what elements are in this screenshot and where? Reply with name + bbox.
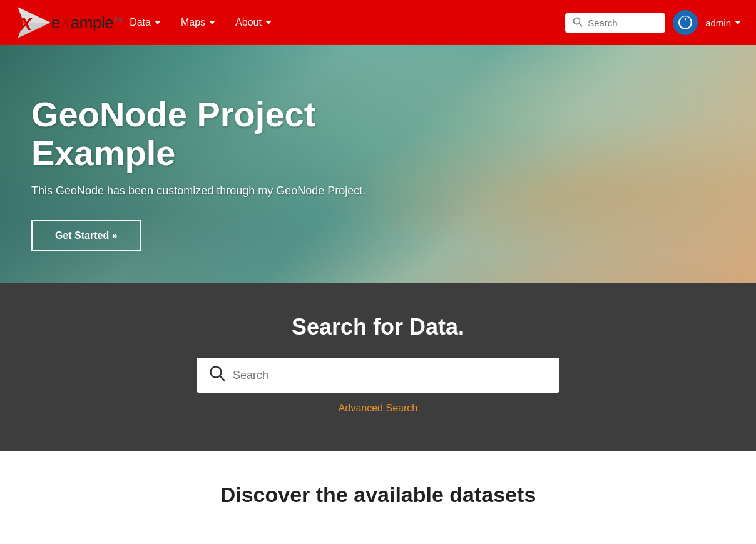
navbar-search-input[interactable] — [588, 18, 658, 28]
logo-text: eXampleSM — [51, 13, 122, 33]
get-started-button[interactable]: Get Started » — [31, 220, 141, 251]
user-name: admin — [705, 18, 731, 28]
search-icon — [573, 17, 583, 29]
nav-item-about[interactable]: About — [228, 12, 279, 33]
svg-point-5 — [675, 13, 695, 33]
datasets-title: Discover the available datasets — [13, 483, 743, 507]
nav-item-maps[interactable]: Maps — [173, 12, 223, 33]
user-menu[interactable]: admin — [705, 18, 741, 28]
navbar-right: admin — [565, 10, 741, 35]
hero-section: GeoNode Project Example This GeoNode has… — [0, 45, 756, 283]
main-search-box[interactable] — [197, 358, 559, 393]
svg-text:X: X — [19, 14, 33, 34]
main-search-input[interactable] — [233, 369, 547, 382]
chevron-down-icon — [209, 21, 215, 24]
svg-point-8 — [211, 367, 222, 378]
navbar-search-box[interactable] — [565, 13, 665, 33]
main-search-icon — [209, 365, 225, 385]
search-section: Search for Data. Advanced Search — [0, 283, 756, 451]
logo-icon: X — [15, 4, 51, 41]
datasets-section: Discover the available datasets — [0, 451, 756, 538]
hero-subtitle: This GeoNode has been customized through… — [31, 184, 407, 198]
svg-line-9 — [220, 376, 224, 380]
nav-links: Data Maps About — [122, 12, 565, 33]
chevron-down-icon — [265, 21, 272, 24]
logo[interactable]: X eXampleSM — [15, 4, 122, 41]
user-avatar[interactable] — [673, 10, 698, 35]
nav-item-data[interactable]: Data — [122, 12, 168, 33]
search-section-heading: Search for Data. — [13, 314, 743, 340]
user-icon — [675, 11, 696, 34]
chevron-down-icon — [155, 21, 161, 24]
logo-sm: SM — [113, 16, 122, 23]
svg-line-4 — [580, 23, 582, 26]
user-chevron-down-icon — [735, 21, 741, 24]
main-search-container — [197, 358, 559, 393]
hero-content: GeoNode Project Example This GeoNode has… — [0, 45, 438, 276]
navbar: X eXampleSM Data Maps About — [0, 0, 756, 45]
hero-title: GeoNode Project Example — [31, 95, 407, 172]
advanced-search-link[interactable]: Advanced Search — [339, 403, 417, 414]
